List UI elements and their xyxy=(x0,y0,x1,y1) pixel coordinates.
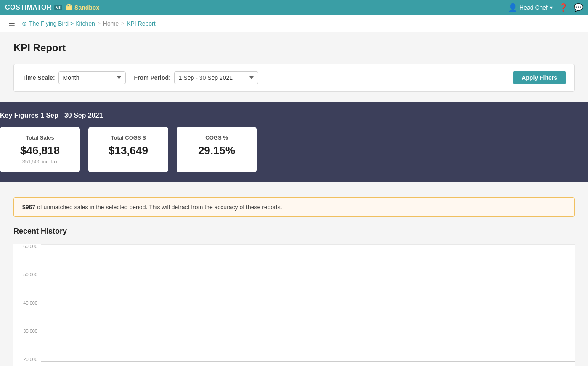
sandbox-icon: 🏔 xyxy=(66,4,72,11)
chat-icon[interactable]: 💬 xyxy=(574,3,583,12)
top-navigation: COSTIMATOR V8 🏔 Sandbox 👤 Head Chef ▾ ❓ … xyxy=(0,0,588,15)
kpi-label-cogs-pct: COGS % xyxy=(187,134,246,141)
sandbox-badge: 🏔 Sandbox xyxy=(66,4,99,11)
breadcrumb-bar: ☰ ⊕ The Flying Bird > Kitchen > Home > K… xyxy=(0,15,588,32)
kpi-value-cogs-pct: 29.15% xyxy=(187,144,246,157)
y-label-60k: 60,000 xyxy=(23,244,37,249)
chart-bottom-line xyxy=(41,361,575,362)
main-content: KPI Report Time Scale: Month From Period… xyxy=(0,32,588,102)
recent-history-title: Recent History xyxy=(13,227,575,236)
breadcrumb-home[interactable]: Home xyxy=(103,20,119,27)
key-figures-title: Key Figures 1 Sep - 30 Sep 2021 xyxy=(0,112,588,119)
kpi-card-cogs-pct: COGS % 29.15% xyxy=(177,127,257,172)
bars-container xyxy=(41,244,575,362)
chart-wrapper: 60,000 50,000 40,000 30,000 20,000 xyxy=(13,244,575,366)
menu-button[interactable]: ☰ xyxy=(7,17,17,30)
breadcrumb-sep2: > xyxy=(121,21,124,26)
kpi-cards: Total Sales $46,818 $51,500 inc Tax Tota… xyxy=(0,127,588,172)
sandbox-label: Sandbox xyxy=(74,4,99,11)
user-menu[interactable]: 👤 Head Chef ▾ xyxy=(508,3,553,12)
kpi-card-total-sales: Total Sales $46,818 $51,500 inc Tax xyxy=(0,127,80,172)
kpi-label-total-cogs: Total COGS $ xyxy=(98,134,158,141)
warning-bold: $967 xyxy=(22,204,35,211)
recent-history: Recent History 60,000 50,000 40,000 30,0… xyxy=(13,227,575,366)
brand-version: V8 xyxy=(54,5,62,10)
y-label-30k: 30,000 xyxy=(23,329,37,334)
kpi-sub-total-sales: $51,500 inc Tax xyxy=(10,159,70,165)
kpi-card-total-cogs: Total COGS $ $13,649 xyxy=(88,127,168,172)
period-select[interactable]: 1 Sep - 30 Sep 2021 xyxy=(174,71,258,84)
breadcrumb-sep1: > xyxy=(98,21,101,26)
y-label-50k: 50,000 xyxy=(23,272,37,277)
timescale-label: Time Scale: xyxy=(22,74,55,81)
chart-area xyxy=(41,244,575,362)
key-figures-section: Key Figures 1 Sep - 30 Sep 2021 Total Sa… xyxy=(0,102,588,182)
period-group: From Period: 1 Sep - 30 Sep 2021 xyxy=(134,71,258,84)
location-breadcrumb[interactable]: ⊕ The Flying Bird > Kitchen xyxy=(22,20,95,27)
location-label: The Flying Bird > Kitchen xyxy=(29,20,95,27)
breadcrumb-current: KPI Report xyxy=(127,20,155,27)
brand-logo: COSTIMATOR V8 xyxy=(5,4,62,11)
y-label-40k: 40,000 xyxy=(23,301,37,305)
y-axis: 60,000 50,000 40,000 30,000 20,000 xyxy=(13,244,41,362)
lower-content: $967 of unmatched sales in the selected … xyxy=(0,182,588,366)
y-label-20k: 20,000 xyxy=(23,357,37,362)
nav-right: 👤 Head Chef ▾ ❓ 💬 xyxy=(508,3,583,12)
location-icon: ⊕ xyxy=(22,20,27,27)
kpi-label-total-sales: Total Sales xyxy=(10,134,70,141)
page-title: KPI Report xyxy=(13,42,575,54)
kpi-value-total-cogs: $13,649 xyxy=(98,144,158,157)
help-icon[interactable]: ❓ xyxy=(559,3,568,12)
warning-text: of unmatched sales in the selected perio… xyxy=(35,204,282,211)
nav-left: COSTIMATOR V8 🏔 Sandbox xyxy=(5,4,99,11)
user-dropdown-icon: ▾ xyxy=(550,4,553,11)
timescale-group: Time Scale: Month xyxy=(22,71,126,84)
period-label: From Period: xyxy=(134,74,171,81)
warning-banner: $967 of unmatched sales in the selected … xyxy=(13,197,575,217)
timescale-select[interactable]: Month xyxy=(58,71,126,84)
brand-name: COSTIMATOR xyxy=(5,4,52,11)
kpi-value-total-sales: $46,818 xyxy=(10,144,70,157)
apply-filters-button[interactable]: Apply Filters xyxy=(513,71,566,84)
user-icon: 👤 xyxy=(508,3,517,12)
filter-bar: Time Scale: Month From Period: 1 Sep - 3… xyxy=(13,64,575,92)
user-name: Head Chef xyxy=(519,4,548,11)
